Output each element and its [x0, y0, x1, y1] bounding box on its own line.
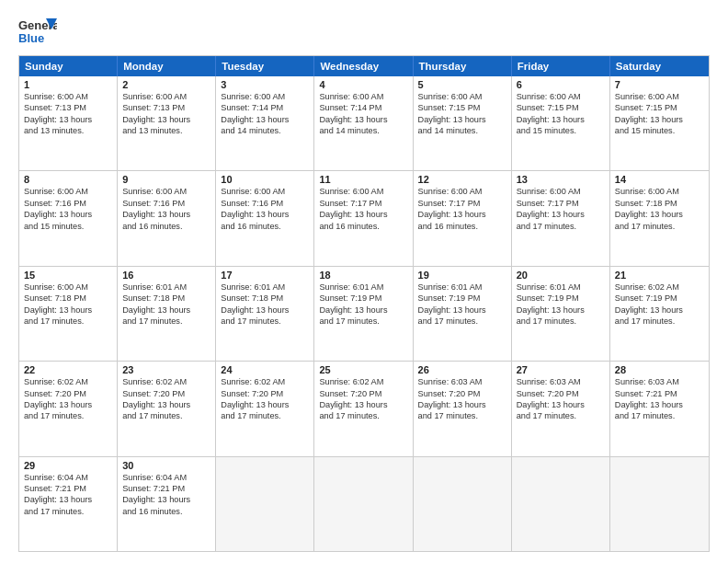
calendar-cell-30: 30Sunrise: 6:04 AMSunset: 7:21 PMDayligh… [118, 457, 216, 551]
cell-text: and 16 minutes. [418, 221, 506, 232]
calendar-cell-15: 15Sunrise: 6:00 AMSunset: 7:18 PMDayligh… [19, 267, 118, 361]
cell-text: and 17 minutes. [517, 410, 605, 421]
cell-text: and 17 minutes. [418, 316, 506, 327]
calendar-cell-1: 1Sunrise: 6:00 AMSunset: 7:13 PMDaylight… [19, 76, 118, 170]
cell-text: Daylight: 13 hours [122, 399, 210, 410]
cell-text: Sunrise: 6:03 AM [615, 376, 704, 387]
cell-text: and 17 minutes. [221, 410, 309, 421]
calendar-cell-10: 10Sunrise: 6:00 AMSunset: 7:16 PMDayligh… [216, 171, 314, 265]
cell-text: and 17 minutes. [319, 410, 407, 421]
cell-text: Sunset: 7:20 PM [418, 388, 506, 399]
cell-text: Daylight: 13 hours [517, 114, 605, 125]
cell-text: Sunset: 7:16 PM [24, 198, 112, 209]
cell-text: Sunrise: 6:01 AM [517, 282, 605, 293]
calendar-cell-empty [610, 457, 709, 551]
calendar: SundayMondayTuesdayWednesdayThursdayFrid… [18, 55, 710, 552]
cell-text: Sunrise: 6:00 AM [24, 91, 112, 102]
cell-text: Daylight: 13 hours [221, 114, 309, 125]
calendar-cell-26: 26Sunrise: 6:03 AMSunset: 7:20 PMDayligh… [414, 362, 512, 455]
cell-text: Daylight: 13 hours [122, 114, 210, 125]
cell-text: Sunrise: 6:02 AM [615, 282, 704, 293]
cell-text: Sunset: 7:15 PM [418, 102, 506, 113]
cell-text: Sunrise: 6:01 AM [319, 282, 407, 293]
cell-text: Sunrise: 6:04 AM [24, 472, 112, 483]
calendar-cell-16: 16Sunrise: 6:01 AMSunset: 7:18 PMDayligh… [118, 267, 216, 361]
cell-text: Sunrise: 6:02 AM [319, 376, 407, 387]
cell-text: Daylight: 13 hours [517, 304, 605, 316]
calendar-cell-18: 18Sunrise: 6:01 AMSunset: 7:19 PMDayligh… [314, 267, 413, 361]
day-number: 10 [221, 174, 309, 185]
cell-text: and 14 minutes. [221, 125, 309, 136]
cell-text: and 15 minutes. [24, 221, 112, 232]
cell-text: and 14 minutes. [319, 125, 407, 136]
cell-text: and 16 minutes. [319, 221, 407, 232]
cell-text: Daylight: 13 hours [24, 494, 112, 505]
calendar-cell-21: 21Sunrise: 6:02 AMSunset: 7:19 PMDayligh… [610, 267, 709, 361]
cell-text: and 13 minutes. [24, 125, 112, 136]
cell-text: Sunset: 7:21 PM [615, 388, 704, 399]
calendar-row-3: 22Sunrise: 6:02 AMSunset: 7:20 PMDayligh… [19, 361, 709, 455]
cell-text: Sunrise: 6:01 AM [122, 282, 210, 293]
page: General Blue SundayMondayTuesdayWednesda… [0, 0, 728, 563]
calendar-cell-6: 6Sunrise: 6:00 AMSunset: 7:15 PMDaylight… [512, 76, 610, 170]
cell-text: Sunrise: 6:00 AM [221, 91, 309, 102]
calendar-cell-9: 9Sunrise: 6:00 AMSunset: 7:16 PMDaylight… [118, 171, 216, 265]
cell-text: Sunrise: 6:00 AM [319, 186, 407, 197]
day-number: 5 [418, 79, 506, 90]
cell-text: Daylight: 13 hours [418, 399, 506, 410]
cell-text: Sunrise: 6:00 AM [24, 282, 112, 293]
cell-text: Daylight: 13 hours [615, 304, 704, 316]
cell-text: and 15 minutes. [517, 125, 605, 136]
calendar-row-1: 8Sunrise: 6:00 AMSunset: 7:16 PMDaylight… [19, 170, 709, 265]
cell-text: Sunset: 7:17 PM [418, 198, 506, 209]
cell-text: Sunset: 7:19 PM [615, 293, 704, 304]
day-number: 22 [24, 364, 112, 375]
cell-text: Sunset: 7:19 PM [319, 293, 407, 304]
svg-text:Blue: Blue [18, 31, 44, 45]
day-number: 9 [122, 174, 210, 185]
cell-text: and 17 minutes. [418, 410, 506, 421]
header: General Blue [18, 15, 710, 48]
cell-text: Sunrise: 6:02 AM [221, 376, 309, 387]
day-number: 2 [122, 79, 210, 90]
cell-text: Sunset: 7:13 PM [122, 102, 210, 113]
day-number: 20 [517, 270, 605, 281]
calendar-cell-29: 29Sunrise: 6:04 AMSunset: 7:21 PMDayligh… [19, 457, 118, 551]
cell-text: and 17 minutes. [517, 316, 605, 327]
cell-text: Sunrise: 6:03 AM [418, 376, 506, 387]
calendar-header: SundayMondayTuesdayWednesdayThursdayFrid… [19, 56, 709, 76]
day-number: 19 [418, 270, 506, 281]
cell-text: Daylight: 13 hours [418, 114, 506, 125]
day-number: 4 [319, 79, 407, 90]
cell-text: Daylight: 13 hours [418, 304, 506, 316]
cell-text: Sunset: 7:19 PM [517, 293, 605, 304]
cell-text: Sunrise: 6:00 AM [615, 186, 704, 197]
day-number: 25 [319, 364, 407, 375]
cell-text: Daylight: 13 hours [615, 114, 704, 125]
cell-text: Sunrise: 6:02 AM [24, 376, 112, 387]
calendar-cell-8: 8Sunrise: 6:00 AMSunset: 7:16 PMDaylight… [19, 171, 118, 265]
cell-text: and 14 minutes. [418, 125, 506, 136]
cell-text: Sunset: 7:18 PM [24, 293, 112, 304]
header-day-thursday: Thursday [414, 56, 512, 76]
day-number: 3 [221, 79, 309, 90]
calendar-body: 1Sunrise: 6:00 AMSunset: 7:13 PMDaylight… [19, 76, 709, 551]
cell-text: and 17 minutes. [24, 410, 112, 421]
cell-text: Sunset: 7:20 PM [319, 388, 407, 399]
cell-text: and 17 minutes. [517, 221, 605, 232]
cell-text: Sunset: 7:15 PM [517, 102, 605, 113]
cell-text: Sunset: 7:20 PM [517, 388, 605, 399]
day-number: 26 [418, 364, 506, 375]
cell-text: Sunset: 7:13 PM [24, 102, 112, 113]
day-number: 6 [517, 79, 605, 90]
cell-text: Daylight: 13 hours [319, 304, 407, 316]
calendar-cell-empty [314, 457, 413, 551]
calendar-cell-empty [512, 457, 610, 551]
calendar-cell-5: 5Sunrise: 6:00 AMSunset: 7:15 PMDaylight… [414, 76, 512, 170]
cell-text: Sunrise: 6:04 AM [122, 472, 210, 483]
cell-text: Sunset: 7:19 PM [418, 293, 506, 304]
cell-text: Daylight: 13 hours [615, 209, 704, 220]
cell-text: Daylight: 13 hours [24, 304, 112, 316]
cell-text: Sunset: 7:18 PM [221, 293, 309, 304]
day-number: 29 [24, 460, 112, 471]
